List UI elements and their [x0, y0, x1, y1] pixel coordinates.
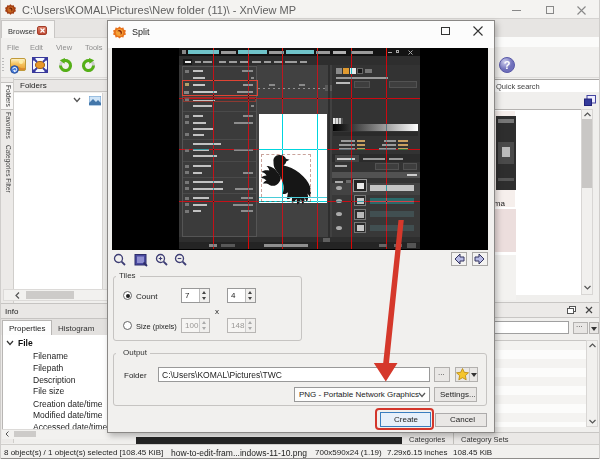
svg-text:?: ?: [504, 59, 511, 71]
